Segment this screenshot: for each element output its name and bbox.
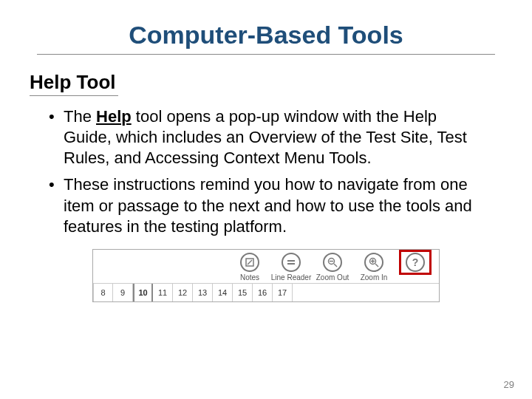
line-reader-icon — [282, 253, 301, 272]
help-tool[interactable]: ? — [395, 253, 436, 282]
question-number-row: 8 9 10 11 12 13 14 15 16 17 — [93, 283, 439, 301]
zoom-in-tool[interactable]: Zoom In — [353, 253, 395, 282]
page-number: 29 — [504, 379, 514, 390]
question-number[interactable]: 11 — [153, 284, 173, 301]
tool-label: Notes — [229, 273, 270, 282]
subtitle-underline — [30, 95, 118, 96]
zoom-in-icon — [364, 253, 383, 272]
question-number[interactable]: 12 — [173, 284, 193, 301]
notes-tool[interactable]: Notes — [229, 253, 270, 282]
question-number[interactable]: 13 — [193, 284, 213, 301]
toolbar-screenshot: Notes Line Reader Zoom Out Zoom In ? — [92, 249, 440, 302]
zoom-out-tool[interactable]: Zoom Out — [312, 253, 353, 282]
title-underline — [37, 54, 495, 55]
bullet-text: The — [64, 107, 96, 126]
svg-line-5 — [334, 264, 337, 267]
question-number[interactable]: 17 — [273, 284, 293, 301]
question-number-active[interactable]: 10 — [133, 284, 153, 301]
line-reader-tool[interactable]: Line Reader — [270, 253, 312, 282]
slide-title: Computer-Based Tools — [0, 21, 532, 50]
question-number[interactable]: 9 — [113, 284, 133, 301]
tool-label: Zoom Out — [312, 273, 353, 282]
bullet-text: These instructions remind you how to nav… — [64, 175, 472, 235]
notes-icon — [240, 253, 259, 272]
help-glyph: ? — [412, 256, 419, 268]
bullet-item: These instructions remind you how to nav… — [47, 174, 485, 236]
question-number[interactable]: 16 — [253, 284, 273, 301]
help-icon: ? — [406, 253, 425, 272]
bullet-item: The Help tool opens a pop-up window with… — [47, 106, 485, 168]
question-number[interactable]: 14 — [213, 284, 233, 301]
toolbar-row: Notes Line Reader Zoom Out Zoom In ? — [93, 250, 439, 283]
help-keyword: Help — [96, 107, 132, 126]
tool-label: Line Reader — [270, 273, 312, 282]
svg-line-1 — [248, 260, 252, 265]
zoom-out-icon — [323, 253, 342, 272]
section-subtitle: Help Tool — [30, 71, 532, 94]
bullet-list: The Help tool opens a pop-up window with… — [47, 106, 485, 237]
question-number[interactable]: 15 — [233, 284, 253, 301]
tool-label: Zoom In — [353, 273, 395, 282]
svg-line-8 — [375, 264, 378, 267]
question-number[interactable]: 8 — [93, 284, 113, 301]
